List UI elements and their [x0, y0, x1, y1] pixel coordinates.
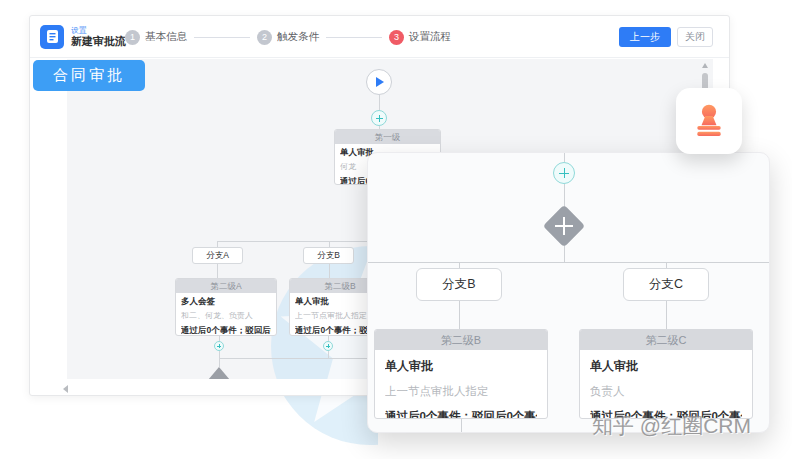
branch-node-a[interactable]: 分支A	[192, 247, 243, 264]
header-buttons: 上一步 关闭	[619, 27, 713, 47]
page: 设置 新建审批流 1 基本信息 2 触发条件 3 设置流程	[0, 0, 792, 459]
step-number-badge: 3	[389, 30, 404, 45]
node-type: 单人审批	[385, 358, 537, 375]
branch-node-b[interactable]: 分支B	[303, 247, 354, 264]
node-assignee: 和二、何龙、负责人	[181, 312, 271, 320]
connector-line	[328, 351, 329, 358]
connector-line	[459, 301, 460, 329]
node-events: 通过后0个事件；驳回后0个事件	[181, 326, 271, 335]
document-icon	[40, 25, 64, 49]
add-node-button[interactable]	[553, 162, 575, 184]
connector-line	[329, 264, 330, 278]
watermark-text: 知乎 @红圈CRM	[592, 412, 751, 440]
triangle-end-icon	[208, 367, 230, 379]
connector-line	[368, 262, 770, 263]
branch-node-c[interactable]: 分支C	[623, 268, 709, 301]
diamond-plus-icon[interactable]	[543, 205, 585, 247]
stamp-icon	[689, 101, 729, 141]
step-number-badge: 1	[125, 30, 140, 45]
connector-line	[219, 358, 220, 367]
node-type: 单人审批	[590, 358, 742, 375]
approval-node-level2a[interactable]: 第二级A 多人会签 和二、何龙、负责人 通过后0个事件；驳回后0个事件	[175, 278, 277, 336]
breadcrumb-category: 设置	[71, 26, 126, 35]
node-header: 第二级A	[176, 279, 276, 293]
add-node-button[interactable]	[371, 110, 387, 126]
scroll-left-icon[interactable]	[63, 385, 68, 393]
node-events: 通过后0个事件；驳回后0个事件	[385, 409, 537, 419]
node-header: 第二级B	[375, 330, 547, 350]
previous-step-button[interactable]: 上一步	[619, 27, 671, 47]
approval-node-level2c[interactable]: 第二级C 单人审批 负责人 通过后0个事件；驳回后0个事件	[579, 329, 753, 419]
flow-name-tag: 合同审批	[33, 60, 145, 91]
app-header: 设置 新建审批流 1 基本信息 2 触发条件 3 设置流程	[30, 16, 729, 58]
node-assignee: 上一节点审批人指定	[385, 384, 537, 399]
connector-line	[219, 351, 220, 358]
node-assignee: 负责人	[590, 384, 742, 399]
approval-node-level2b[interactable]: 第二级B 单人审批 上一节点审批人指定 通过后0个事件；驳回后0个事件	[374, 329, 548, 419]
wizard-steps: 1 基本信息 2 触发条件 3 设置流程	[125, 16, 451, 58]
step-basic-info[interactable]: 1 基本信息	[125, 30, 187, 45]
step-number-badge: 2	[257, 30, 272, 45]
page-title: 新建审批流	[71, 35, 126, 48]
node-header: 第一级	[335, 130, 440, 144]
play-icon	[376, 77, 384, 87]
step-connector	[326, 37, 382, 38]
connector-line	[379, 95, 380, 110]
app-titles: 设置 新建审批流	[71, 26, 126, 48]
close-button[interactable]: 关闭	[677, 27, 713, 47]
connector-line	[217, 264, 218, 278]
zoom-detail-panel: 分支B 分支C 第二级B 单人审批 上一节点审批人指定 通过后0个事件；驳回后0…	[367, 152, 770, 433]
connector-line	[666, 301, 667, 329]
stamp-card	[676, 88, 742, 154]
connector-line	[564, 153, 565, 162]
scroll-up-icon[interactable]	[702, 63, 708, 68]
step-trigger-condition[interactable]: 2 触发条件	[257, 30, 319, 45]
start-node[interactable]	[366, 69, 392, 95]
add-node-button[interactable]	[214, 341, 224, 351]
star-circle-logo	[230, 396, 378, 459]
step-set-process[interactable]: 3 设置流程	[389, 30, 451, 45]
add-node-button[interactable]	[323, 341, 333, 351]
node-type: 多人会签	[181, 297, 271, 306]
connector-line	[461, 419, 462, 433]
branch-node-b[interactable]: 分支B	[416, 268, 502, 301]
node-header: 第二级C	[580, 330, 752, 350]
step-connector	[194, 37, 250, 38]
